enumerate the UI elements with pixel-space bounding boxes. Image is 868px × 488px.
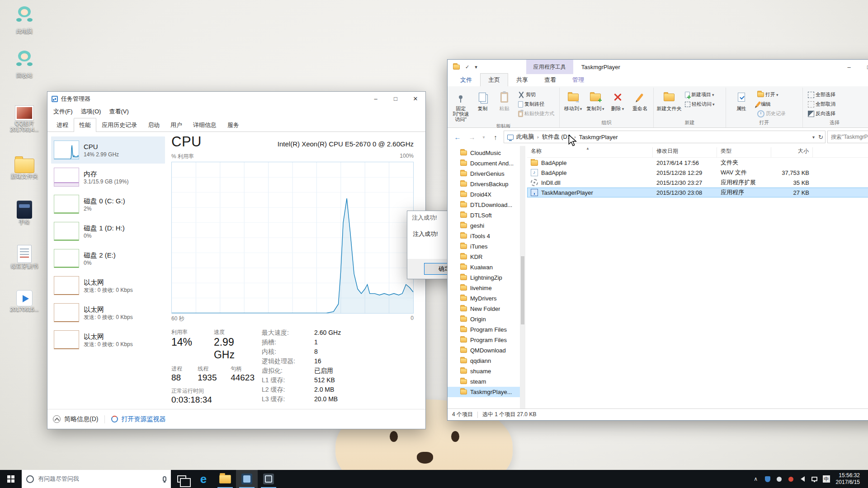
tree-folder-item[interactable]: shuame	[448, 366, 520, 376]
address-field[interactable]: 此电脑 › 软件盘 (D:) › TaskmgrPlayer ▾ ↻	[504, 131, 826, 143]
file-row[interactable]: BadApple 2017/6/14 17:56 文件夹	[527, 158, 868, 168]
tree-folder-item[interactable]: livehime	[448, 283, 520, 293]
tab-share[interactable]: 共享	[508, 73, 536, 86]
tab-services[interactable]: 服务	[222, 118, 245, 132]
cut-button[interactable]: 剪切	[516, 90, 557, 99]
easy-access-button[interactable]: 轻松访问▾	[683, 99, 717, 109]
taskmgr-titlebar[interactable]: 任务管理器 – □ ✕	[47, 92, 425, 106]
tree-folder-item[interactable]: iTunes	[448, 241, 520, 252]
security-shield-icon[interactable]	[762, 470, 774, 488]
open-resource-monitor-link[interactable]: 打开资源监视器	[111, 415, 165, 423]
edge-taskbar-button[interactable]: e	[193, 470, 214, 488]
tree-folder-item[interactable]: DriverGenius	[448, 169, 520, 179]
taskbar-clock[interactable]: 15:56:32 2017/6/15	[832, 472, 865, 486]
task-manager-taskbar-button[interactable]	[258, 470, 279, 488]
copy-path-button[interactable]: 复制路径	[516, 99, 557, 109]
file-row[interactable]: BadApple 2015/12/28 12:29 WAV 文件 37,753 …	[527, 168, 868, 178]
desktop-icon[interactable]: 此电脑	[4, 5, 45, 34]
tree-folder-item[interactable]: geshi	[448, 221, 520, 231]
tab-view[interactable]: 查看	[536, 73, 564, 86]
tree-folder-item[interactable]: DriversBackup	[448, 179, 520, 189]
tree-folder-item[interactable]: KDR	[448, 252, 520, 262]
desktop-icon[interactable]: 绿豆芽删书	[4, 244, 45, 269]
taskmgr-maximize-button[interactable]: □	[386, 92, 406, 106]
tree-folder-item[interactable]: Droid4X	[448, 189, 520, 200]
tree-folder-item[interactable]: QMDownload	[448, 345, 520, 356]
tab-users[interactable]: 用户	[165, 118, 188, 132]
up-button[interactable]: ↑	[489, 131, 502, 143]
select-all-button[interactable]: 全部选择	[806, 90, 838, 99]
cortana-search-box[interactable]: 有问题尽管问我	[22, 470, 171, 488]
delete-button[interactable]: 删除▾	[607, 89, 628, 112]
tree-folder-item[interactable]: Document And...	[448, 158, 520, 169]
tab-app-history[interactable]: 应用历史记录	[96, 118, 142, 132]
fewer-details-button[interactable]: 简略信息(D)	[64, 415, 105, 423]
paste-shortcut-button[interactable]: 粘贴快捷方式	[516, 109, 557, 118]
qat-customize-chevron-icon[interactable]: ▾	[475, 64, 477, 70]
update-icon[interactable]	[785, 470, 797, 488]
perf-sidebar-item[interactable]: 磁盘 0 (C: G:) 2%	[51, 191, 165, 218]
refresh-icon[interactable]: ↻	[818, 134, 823, 141]
tab-file[interactable]: 文件	[452, 73, 480, 86]
network-icon[interactable]	[809, 470, 821, 488]
file-explorer-taskbar-button[interactable]	[214, 470, 236, 488]
tab-startup[interactable]: 启动	[142, 118, 165, 132]
qat-check-icon[interactable]: ✓	[465, 64, 469, 70]
desktop-icon[interactable]: 新建文件夹	[4, 155, 45, 179]
tree-folder-item[interactable]: qqdiann	[448, 356, 520, 366]
hidden-icons-chevron[interactable]: ∧	[750, 470, 762, 488]
tree-folder-item[interactable]: LightningZip	[448, 272, 520, 283]
explorer-minimize-button[interactable]: –	[839, 60, 859, 74]
task-view-button[interactable]	[171, 470, 193, 488]
new-item-button[interactable]: 新建项目▾	[683, 90, 717, 99]
invert-selection-button[interactable]: 反向选择	[806, 109, 838, 118]
copy-to-button[interactable]: 复制到▾	[585, 89, 606, 112]
column-header-type[interactable]: 类型	[717, 147, 771, 157]
tree-folder-item[interactable]: TaskmgrPlaye...	[448, 387, 520, 397]
tab-performance[interactable]: 性能	[74, 118, 96, 132]
recent-locations-chevron-icon[interactable]: ▾	[480, 131, 487, 143]
application-tools-tab[interactable]: 应用程序工具	[526, 60, 573, 74]
explorer-maximize-button[interactable]: □	[859, 60, 868, 74]
menu-view[interactable]: 查看(V)	[105, 106, 132, 117]
new-folder-button[interactable]: 新建文件夹	[656, 89, 682, 111]
breadcrumb-this-pc[interactable]: 此电脑	[516, 133, 534, 141]
scrollbar-thumb[interactable]	[521, 256, 524, 324]
move-to-button[interactable]: 移动到▾	[562, 89, 584, 112]
explorer-qat-folder-icon[interactable]	[453, 65, 460, 70]
cpu-usage-graph[interactable]	[171, 162, 414, 314]
volume-icon[interactable]	[797, 470, 809, 488]
file-row[interactable]: InDll.dll 2015/12/30 23:27 应用程序扩展 35 KB	[527, 178, 868, 188]
taskmgr-minimize-button[interactable]: –	[366, 92, 386, 106]
column-header-name[interactable]: 名称	[527, 147, 653, 157]
start-button[interactable]	[0, 470, 22, 488]
perf-sidebar-item[interactable]: 以太网 发送: 0 接收: 0 Kbps	[51, 299, 165, 326]
breadcrumb-taskmgrplayer[interactable]: TaskmgrPlayer	[579, 134, 618, 141]
rename-button[interactable]: 重命名	[629, 89, 651, 111]
explorer-titlebar[interactable]: ✓ ▾ 应用程序工具 TaskmgrPlayer – □ ✕	[448, 60, 868, 74]
edit-button[interactable]: 编辑	[755, 99, 788, 109]
tree-folder-item[interactable]: MyDrivers	[448, 293, 520, 304]
qq-icon[interactable]	[774, 470, 785, 488]
ime-indicator[interactable]: 中	[821, 470, 832, 488]
taskmgr-close-button[interactable]: ✕	[406, 92, 425, 106]
tree-folder-item[interactable]: DTLSoft	[448, 210, 520, 221]
perf-sidebar-item[interactable]: CPU 14% 2.99 GHz	[51, 136, 165, 164]
desktop-icon[interactable]: 手绘	[4, 199, 45, 225]
copy-button[interactable]: 复制	[472, 89, 493, 111]
menu-options[interactable]: 选项(O)	[77, 106, 105, 117]
tree-folder-item[interactable]: CloudMusic	[448, 148, 520, 158]
history-button[interactable]: 历史记录	[755, 109, 788, 118]
desktop-icon[interactable]: QQ图片 20170614...	[4, 103, 45, 133]
tree-folder-item[interactable]: Kuaiwan	[448, 262, 520, 272]
tree-folder-item[interactable]: New Folder	[448, 304, 520, 314]
perf-sidebar-item[interactable]: 以太网 发送: 0 接收: 0 Kbps	[51, 272, 165, 299]
microphone-icon[interactable]	[163, 476, 166, 482]
open-button[interactable]: 打开▾	[755, 90, 788, 99]
tab-manage[interactable]: 管理	[564, 73, 592, 86]
tree-folder-item[interactable]: Origin	[448, 314, 520, 324]
file-row[interactable]: TaskManagerPlayer 2015/12/30 23:08 应用程序 …	[527, 188, 868, 197]
address-dropdown-chevron-icon[interactable]: ▾	[812, 135, 815, 140]
tab-processes[interactable]: 进程	[51, 118, 74, 132]
perf-sidebar-item[interactable]: 内存 3.1/15.9 GB (19%)	[51, 164, 165, 191]
